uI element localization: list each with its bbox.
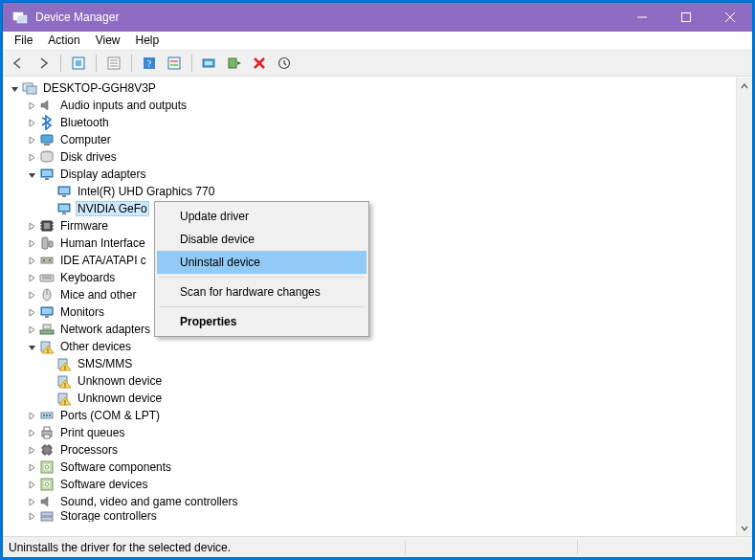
tree-node[interactable]: Network adapters xyxy=(3,321,736,338)
svg-rect-16 xyxy=(170,64,178,66)
tree-node[interactable]: Mice and other xyxy=(3,286,736,303)
tree-view[interactable]: DESKTOP-GGH8V3PAudio inputs and outputsB… xyxy=(3,78,736,536)
svg-rect-54 xyxy=(42,308,52,314)
menu-view[interactable]: View xyxy=(88,32,128,49)
tree-node-label: Processors xyxy=(58,443,120,457)
chevron-down-icon[interactable] xyxy=(7,80,22,96)
menu-action[interactable]: Action xyxy=(40,32,87,49)
tree-node[interactable]: DESKTOP-GGH8V3P xyxy=(3,79,736,97)
svg-rect-33 xyxy=(59,205,69,211)
chevron-right-icon[interactable] xyxy=(24,442,39,458)
tree-node[interactable]: Keyboards xyxy=(3,269,736,286)
minimize-button[interactable] xyxy=(620,3,664,32)
close-button[interactable] xyxy=(708,3,752,32)
tree-node[interactable]: Display adapters xyxy=(3,166,736,183)
help-button[interactable]: ? xyxy=(138,53,161,74)
mouse-icon xyxy=(39,287,55,302)
tree-node[interactable]: IDE ATA/ATAPI c xyxy=(3,252,736,269)
cpu-icon xyxy=(39,442,55,458)
vertical-scrollbar[interactable] xyxy=(736,78,752,536)
chevron-right-icon[interactable] xyxy=(24,218,39,234)
printer-icon xyxy=(39,425,55,440)
tree-node[interactable]: !Other devices xyxy=(3,338,736,355)
chevron-right-icon[interactable] xyxy=(24,253,39,268)
keyboard-icon xyxy=(39,270,55,285)
tree-node-label: Keyboards xyxy=(58,271,117,284)
tree-node[interactable]: Print queues xyxy=(3,424,736,441)
menu-file[interactable]: File xyxy=(7,32,40,49)
scroll-down-button[interactable] xyxy=(737,520,752,536)
chevron-right-icon[interactable] xyxy=(24,477,39,492)
tree-node[interactable]: Audio inputs and outputs xyxy=(3,97,736,114)
uninstall-button[interactable] xyxy=(248,53,271,74)
ctx-disable-device[interactable]: Disable device xyxy=(157,228,366,251)
enable-device-button[interactable] xyxy=(223,53,246,74)
tree-node[interactable]: !Unknown device xyxy=(3,372,736,390)
chevron-right-icon[interactable] xyxy=(24,459,39,475)
chevron-right-icon[interactable] xyxy=(24,494,39,509)
chevron-right-icon[interactable] xyxy=(24,132,39,147)
tree-node[interactable]: Human Interface xyxy=(3,235,736,252)
tree-node[interactable]: Storage controllers xyxy=(3,510,736,522)
refresh-button[interactable] xyxy=(163,53,186,74)
ide-icon xyxy=(39,253,55,268)
chevron-down-icon[interactable] xyxy=(24,167,39,182)
tree-node[interactable]: Bluetooth xyxy=(3,114,736,131)
tree-node[interactable]: !SMS/MMS xyxy=(3,355,736,372)
back-button[interactable] xyxy=(7,53,30,74)
tree-node-label: Print queues xyxy=(58,426,126,439)
tree-node-label: Network adapters xyxy=(58,323,152,336)
tree-node[interactable]: Computer xyxy=(3,131,736,148)
svg-rect-34 xyxy=(62,213,66,214)
svg-rect-27 xyxy=(42,170,52,176)
warning-icon: ! xyxy=(56,356,72,371)
tree-node[interactable]: Intel(R) UHD Graphics 770 xyxy=(3,183,736,200)
chevron-right-icon[interactable] xyxy=(24,115,39,130)
tree-node-label: Unknown device xyxy=(76,374,164,388)
tree-node[interactable]: Firmware xyxy=(3,217,736,235)
monitor-icon xyxy=(39,304,55,320)
ctx-properties[interactable]: Properties xyxy=(157,310,366,333)
ctx-sep xyxy=(159,306,365,307)
menu-help[interactable]: Help xyxy=(128,32,167,49)
chevron-right-icon[interactable] xyxy=(24,304,39,320)
ctx-scan-hardware[interactable]: Scan for hardware changes xyxy=(157,280,366,303)
tree-node[interactable]: Processors xyxy=(3,441,736,459)
svg-text:!: ! xyxy=(64,382,66,389)
svg-rect-3 xyxy=(682,13,691,22)
tree-node[interactable]: Software components xyxy=(3,459,736,476)
tree-node-label: Audio inputs and outputs xyxy=(58,99,189,112)
chevron-right-icon[interactable] xyxy=(24,510,39,522)
chevron-right-icon[interactable] xyxy=(24,287,39,302)
svg-text:!: ! xyxy=(64,365,66,371)
tree-node[interactable]: !Unknown device xyxy=(3,390,736,407)
tree-node[interactable]: Disk drives xyxy=(3,148,736,166)
tree-node[interactable]: Ports (COM & LPT) xyxy=(3,407,736,424)
update-driver-button[interactable] xyxy=(198,53,221,74)
scroll-track[interactable] xyxy=(737,94,752,520)
properties-button[interactable] xyxy=(102,53,125,74)
chevron-right-icon[interactable] xyxy=(24,149,39,165)
chevron-right-icon[interactable] xyxy=(24,98,39,113)
ctx-uninstall-device[interactable]: Uninstall device xyxy=(157,251,366,274)
ctx-sep xyxy=(159,277,365,278)
tree-node[interactable]: Monitors xyxy=(3,303,736,321)
chevron-right-icon[interactable] xyxy=(24,270,39,285)
chevron-right-icon[interactable] xyxy=(24,425,39,440)
chevron-right-icon[interactable] xyxy=(24,408,39,423)
toolbar-sep xyxy=(60,55,61,72)
scan-hardware-button[interactable] xyxy=(273,53,296,74)
maximize-button[interactable] xyxy=(664,3,708,32)
tree-node-label: Unknown device xyxy=(76,392,164,405)
chevron-right-icon[interactable] xyxy=(24,235,39,251)
tree-node[interactable]: NVIDIA GeFo xyxy=(3,200,736,217)
tree-node[interactable]: Sound, video and game controllers xyxy=(3,493,736,510)
monitor-icon xyxy=(56,184,72,199)
tree-node[interactable]: Software devices xyxy=(3,476,736,493)
chevron-down-icon[interactable] xyxy=(24,339,39,354)
forward-button[interactable] xyxy=(32,53,55,74)
chevron-right-icon[interactable] xyxy=(24,322,39,337)
show-hidden-button[interactable] xyxy=(67,53,90,74)
scroll-up-button[interactable] xyxy=(737,78,752,94)
ctx-update-driver[interactable]: Update driver xyxy=(157,205,366,228)
